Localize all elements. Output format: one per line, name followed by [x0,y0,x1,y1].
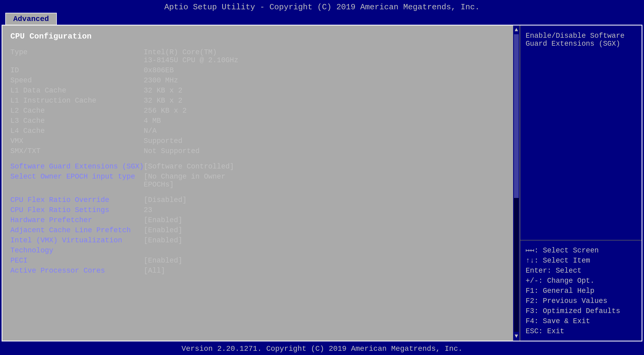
row-l3: L3 Cache 4 MB [10,116,505,126]
label-peci: PECI [10,256,144,266]
footer: Version 2.20.1271. Copyright (C) 2019 Am… [0,341,644,355]
row-smx: SMX/TXT Not Supported [10,146,505,156]
label-vmx-virt: Intel (VMX) Virtualization [10,235,144,246]
left-panel: CPU Configuration Type Intel(R) Core(TM)… [2,26,513,341]
value-technology [144,246,505,256]
section-title: CPU Configuration [10,32,505,41]
value-speed: 2300 MHz [144,75,505,86]
label-active-cores: Active Processor Cores [10,266,144,276]
value-l4: N/A [144,126,505,136]
right-panel: Enable/Disable Software Guard Extensions… [520,26,642,341]
label-l3: L3 Cache [10,116,144,126]
help-text: Enable/Disable Software Guard Extensions… [520,26,642,240]
scroll-track[interactable] [514,34,519,332]
value-l2: 256 KB x 2 [144,106,505,116]
label-vmx: VMX [10,136,144,146]
key-arrows: ↦↤: Select Screen [526,247,599,255]
tab-advanced[interactable]: Advanced [5,13,57,25]
row-speed: Speed 2300 MHz [10,75,505,86]
keybinding-screen: ↦↤: Select Screen [526,245,636,256]
cpu-info-table: Type Intel(R) Core(TM)i3-8145U CPU @ 2.1… [10,47,505,276]
value-l1-data: 32 KB x 2 [144,86,505,96]
label-type: Type [10,47,144,65]
value-vmx: Supported [144,136,505,146]
value-id: 0x806EB [144,65,505,75]
keybinding-f3: F3: Optimized Defaults [526,306,636,316]
row-l2: L2 Cache 256 KB x 2 [10,106,505,116]
keybinding-f4: F4: Save & Exit [526,316,636,326]
key-plusminus: +/-: Change Opt. [526,277,594,285]
label-l4: L4 Cache [10,126,144,136]
scrollbar[interactable]: ▲ ▼ [513,26,520,341]
value-l3: 4 MB [144,116,505,126]
row-flex-override[interactable]: CPU Flex Ratio Override [Disabled] [10,195,505,205]
key-enter: Enter: Select [526,267,582,275]
row-l1-data: L1 Data Cache 32 KB x 2 [10,86,505,96]
row-technology[interactable]: Technology [10,246,505,256]
keybinding-item: ↑↓: Select Item [526,256,636,266]
row-adj-cache[interactable]: Adjacent Cache Line Prefetch [Enabled] [10,225,505,235]
bios-setup-screen: Aptio Setup Utility - Copyright (C) 2019… [0,0,644,355]
keybindings: ↦↤: Select Screen ↑↓: Select Item Enter:… [520,240,642,341]
value-smx: Not Supported [144,146,505,156]
keybinding-f2: F2: Previous Values [526,296,636,306]
value-l1-instruction: 32 KB x 2 [144,96,505,106]
row-active-cores[interactable]: Active Processor Cores [All] [10,266,505,276]
value-flex-override: [Disabled] [144,195,505,205]
label-id: ID [10,65,144,75]
label-speed: Speed [10,75,144,86]
left-content: CPU Configuration Type Intel(R) Core(TM)… [2,26,520,341]
key-updown: ↑↓: Select Item [526,257,590,265]
row-l4: L4 Cache N/A [10,126,505,136]
row-peci[interactable]: PECI [Enabled] [10,256,505,266]
label-flex-override: CPU Flex Ratio Override [10,195,144,205]
row-vmx-virt[interactable]: Intel (VMX) Virtualization [Enabled] [10,235,505,246]
scroll-up-arrow[interactable]: ▲ [514,26,518,34]
spacer-1 [10,156,505,162]
row-id: ID 0x806EB [10,65,505,75]
row-vmx: VMX Supported [10,136,505,146]
keybinding-change: +/-: Change Opt. [526,276,636,286]
label-l2: L2 Cache [10,106,144,116]
key-f4: F4: Save & Exit [526,317,590,325]
value-vmx-virt: [Enabled] [144,235,505,246]
main-area: CPU Configuration Type Intel(R) Core(TM)… [2,25,642,341]
spacer-2 [10,190,505,195]
value-active-cores: [All] [144,266,505,276]
row-type: Type Intel(R) Core(TM)i3-8145U CPU @ 2.1… [10,47,505,65]
key-f2: F2: Previous Values [526,297,607,305]
key-f3: F3: Optimized Defaults [526,307,620,315]
label-sgx: Software Guard Extensions (SGX) [10,162,144,172]
value-flex-settings: 23 [144,205,505,215]
value-adj-cache: [Enabled] [144,225,505,235]
row-flex-settings[interactable]: CPU Flex Ratio Settings 23 [10,205,505,215]
keybinding-f1: F1: General Help [526,286,636,296]
title-bar: Aptio Setup Utility - Copyright (C) 2019… [0,0,644,13]
row-hw-prefetcher[interactable]: Hardware Prefetcher [Enabled] [10,215,505,225]
label-l1-instruction: L1 Instruction Cache [10,96,144,106]
value-epoch: [No Change in OwnerEPOCHs] [144,172,505,190]
row-sgx[interactable]: Software Guard Extensions (SGX) [Softwar… [10,162,505,172]
footer-text: Version 2.20.1271. Copyright (C) 2019 Am… [182,345,463,353]
key-esc: ESC: Exit [526,327,564,335]
label-flex-settings: CPU Flex Ratio Settings [10,205,144,215]
label-adj-cache: Adjacent Cache Line Prefetch [10,225,144,235]
label-smx: SMX/TXT [10,146,144,156]
tab-row: Advanced [0,13,644,25]
label-technology: Technology [10,246,144,256]
keybinding-enter: Enter: Select [526,266,636,276]
scroll-thumb[interactable] [514,34,519,198]
value-hw-prefetcher: [Enabled] [144,215,505,225]
label-hw-prefetcher: Hardware Prefetcher [10,215,144,225]
row-epoch[interactable]: Select Owner EPOCH input type [No Change… [10,172,505,190]
value-peci: [Enabled] [144,256,505,266]
label-l1-data: L1 Data Cache [10,86,144,96]
scroll-down-arrow[interactable]: ▼ [514,332,518,341]
key-f1: F1: General Help [526,287,594,295]
label-epoch: Select Owner EPOCH input type [10,172,144,190]
title-text: Aptio Setup Utility - Copyright (C) 2019… [164,3,480,12]
keybinding-esc: ESC: Exit [526,326,636,336]
row-l1-instruction: L1 Instruction Cache 32 KB x 2 [10,96,505,106]
value-sgx: [Software Controlled] [144,162,505,172]
value-type: Intel(R) Core(TM)i3-8145U CPU @ 2.10GHz [144,47,505,65]
